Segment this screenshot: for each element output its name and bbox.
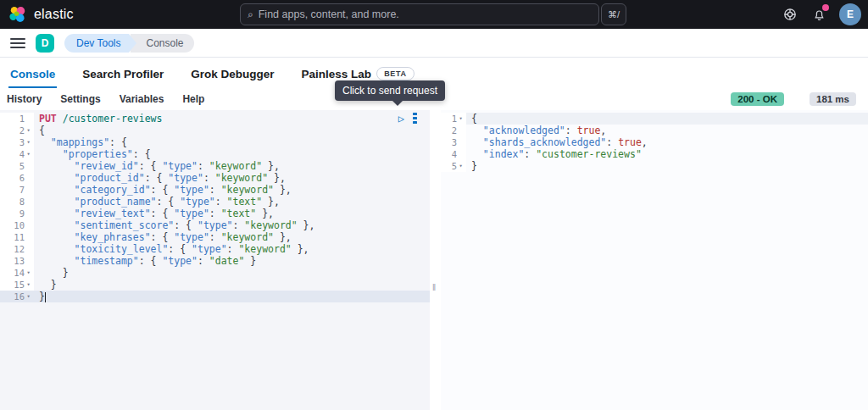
- tab-grok-debugger[interactable]: Grok Debugger: [189, 61, 275, 88]
- code-line: 13 "timestamp": { "type": "date" }: [0, 255, 430, 267]
- request-menu-icon[interactable]: [412, 113, 418, 126]
- code-text: "product_name": { "type": "text" },: [34, 196, 430, 208]
- code-line: 9 "review_text": { "type": "text" },: [0, 208, 430, 219]
- fold-toggle-icon[interactable]: ▾: [457, 113, 465, 125]
- code-text: "timestamp": { "type": "date" }: [34, 255, 430, 267]
- user-avatar[interactable]: E: [839, 3, 861, 25]
- code-line: 4 "index": "customer-reviews": [441, 148, 868, 160]
- beta-badge: BETA: [376, 67, 415, 80]
- space-avatar[interactable]: D: [36, 34, 54, 53]
- code-line: 11 "key_phrases": { "type": "keyword" },: [0, 231, 430, 243]
- code-line: 14▾ }: [0, 267, 430, 279]
- search-shortcut-hint: ⌘/: [601, 3, 626, 25]
- code-text: "properties": {: [34, 148, 430, 160]
- help-icon[interactable]: [782, 6, 798, 23]
- text-cursor: [45, 292, 46, 302]
- line-number: 14▾: [0, 267, 34, 279]
- code-line: 2 "acknowledged": true,: [441, 125, 868, 136]
- line-number: 6: [0, 172, 34, 184]
- menu-settings[interactable]: Settings: [60, 93, 100, 105]
- fold-toggle-icon[interactable]: ▾: [457, 160, 465, 172]
- line-number: 11: [0, 231, 34, 243]
- code-line: 12 "toxicity_level": { "type": "keyword"…: [0, 243, 430, 255]
- fold-toggle-icon[interactable]: ▾: [25, 148, 32, 160]
- code-line: 16▾}: [0, 291, 430, 302]
- code-line: 10 "sentiment_score": { "type": "keyword…: [0, 219, 430, 231]
- menu-variables[interactable]: Variables: [120, 93, 164, 105]
- line-number: 1▾: [441, 113, 466, 125]
- code-text: "acknowledged": true,: [466, 125, 868, 136]
- line-number: 5: [0, 160, 34, 172]
- fold-toggle-icon[interactable]: ▾: [25, 279, 32, 291]
- breadcrumb: Dev Tools Console: [64, 34, 194, 53]
- line-number: 15▾: [0, 279, 34, 291]
- breadcrumb-bar: D Dev Tools Console: [0, 29, 868, 58]
- response-code[interactable]: 1▾{2 "acknowledged": true,3 "shards_ackn…: [441, 110, 868, 172]
- menu-help[interactable]: Help: [182, 93, 204, 105]
- code-text: "shards_acknowledged": true,: [466, 136, 868, 148]
- fold-toggle-icon[interactable]: ▾: [25, 267, 32, 279]
- line-number: 8: [0, 196, 34, 208]
- code-text: }: [34, 291, 430, 302]
- code-text: {: [466, 113, 868, 125]
- send-request-tooltip: Click to send request: [335, 80, 445, 101]
- fold-toggle-icon[interactable]: ▾: [25, 291, 32, 302]
- search-placeholder: Find apps, content, and more.: [259, 8, 399, 20]
- code-line: 3 "shards_acknowledged": true,: [441, 136, 868, 148]
- line-number: 4▾: [0, 148, 34, 160]
- code-text: "review_text": { "type": "text" },: [34, 208, 430, 219]
- line-number: 5▾: [441, 160, 466, 172]
- code-text: }: [466, 160, 868, 172]
- breadcrumb-dev-tools[interactable]: Dev Tools: [64, 34, 129, 53]
- console-editors: ▷ 1PUT /customer-reviews2▾{3▾ "mappings"…: [0, 110, 868, 410]
- response-editor[interactable]: 1▾{2 "acknowledged": true,3 "shards_ackn…: [441, 110, 868, 410]
- line-number: 3: [441, 136, 466, 148]
- global-search-input[interactable]: ⌕ Find apps, content, and more.: [240, 3, 599, 25]
- nav-menu-icon[interactable]: [10, 38, 25, 48]
- elastic-logo-icon: [8, 5, 27, 24]
- tab-search-profiler[interactable]: Search Profiler: [81, 61, 165, 88]
- fold-toggle-icon[interactable]: ▾: [25, 125, 32, 136]
- code-line: 4▾ "properties": {: [0, 148, 430, 160]
- search-icon: ⌕: [248, 8, 253, 20]
- code-line: 1▾{: [441, 113, 868, 125]
- code-line: 3▾ "mappings": {: [0, 136, 430, 148]
- code-line: 5 "review_id": { "type": "keyword" },: [0, 160, 430, 172]
- code-line: 5▾}: [441, 160, 868, 172]
- request-editor[interactable]: ▷ 1PUT /customer-reviews2▾{3▾ "mappings"…: [0, 110, 430, 410]
- code-text: {: [34, 125, 430, 136]
- line-number: 2▾: [0, 125, 34, 136]
- notifications-bell-icon[interactable]: [810, 6, 827, 23]
- code-text: }: [34, 279, 430, 291]
- send-request-icon[interactable]: ▷: [398, 113, 404, 126]
- line-number: 7: [0, 184, 34, 196]
- code-text: "index": "customer-reviews": [466, 148, 868, 160]
- code-text: PUT /customer-reviews: [34, 113, 430, 125]
- line-number: 3▾: [0, 136, 34, 148]
- code-line: 8 "product_name": { "type": "text" },: [0, 196, 430, 208]
- fold-toggle-icon[interactable]: ▾: [25, 136, 32, 148]
- line-number: 1: [0, 113, 34, 125]
- line-number: 16▾: [0, 291, 34, 302]
- elastic-logo[interactable]: elastic: [8, 5, 74, 24]
- notification-dot-badge: [822, 4, 829, 11]
- panel-divider[interactable]: ‖: [430, 110, 441, 410]
- menu-history[interactable]: History: [7, 93, 42, 105]
- code-text: "key_phrases": { "type": "keyword" },: [34, 231, 430, 243]
- code-line: 7 "category_id": { "type": "keyword" },: [0, 184, 430, 196]
- code-line: 15▾ }: [0, 279, 430, 291]
- response-status-badge: 200 - OK: [731, 92, 784, 106]
- request-code[interactable]: 1PUT /customer-reviews2▾{3▾ "mappings": …: [0, 110, 430, 302]
- line-number: 13: [0, 255, 34, 267]
- line-number: 9: [0, 208, 34, 219]
- line-number: 2: [441, 125, 466, 136]
- code-line: 1PUT /customer-reviews: [0, 113, 430, 125]
- resize-handle-icon[interactable]: ‖: [432, 283, 437, 292]
- tab-console[interactable]: Console: [8, 61, 57, 88]
- breadcrumb-console: Console: [131, 34, 193, 53]
- response-time-badge: 181 ms: [810, 92, 856, 106]
- code-text: "sentiment_score": { "type": "keyword" }…: [34, 219, 430, 231]
- code-text: "review_id": { "type": "keyword" },: [34, 160, 430, 172]
- code-line: 2▾{: [0, 125, 430, 136]
- top-header: elastic ⌕ Find apps, content, and more. …: [0, 0, 868, 29]
